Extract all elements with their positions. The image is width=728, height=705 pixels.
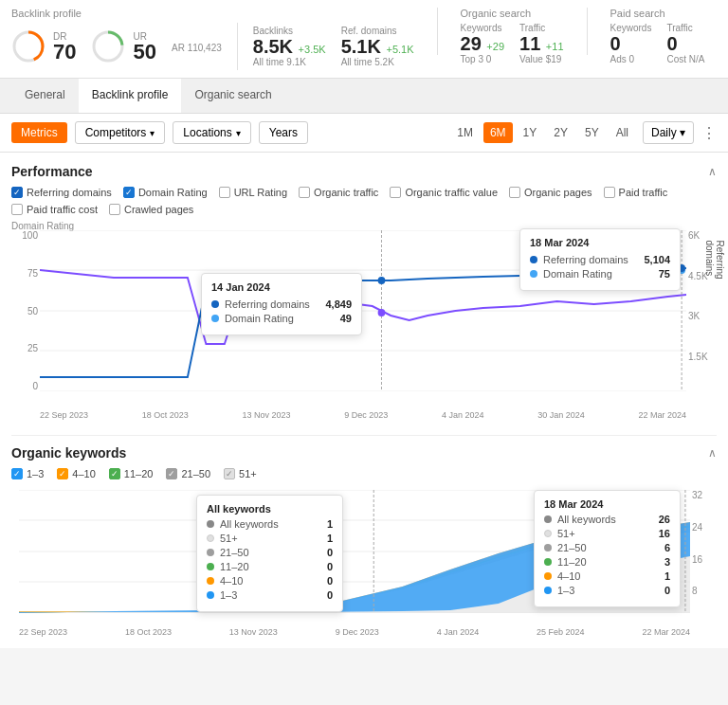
backlinks-label: Backlinks [253,26,326,36]
cb-box-paid-traffic-cost [11,204,23,215]
ps-traffic-label: Traffic [666,23,704,33]
org-tooltip-jan-date: All keywords [207,503,333,515]
cb-referring-domains[interactable]: ✓ Referring domains [11,187,112,198]
legend-4-10[interactable]: ✓ 4–10 [57,468,95,479]
legend-box-1-3: ✓ [11,468,23,479]
cb-label-organic-traffic-value: Organic traffic value [405,187,498,198]
divider-3 [587,8,588,55]
time-1y[interactable]: 1Y [517,122,544,143]
dr-gauge [11,29,46,63]
nav-tabs: General Backlink profile Organic search [0,79,728,114]
ref-domains-value: 5.1K +5.1K [341,36,414,57]
performance-tooltip-2: 18 Mar 2024 Referring domains 5,104 Doma… [519,228,681,291]
tooltip2-value-1: 75 [659,268,670,280]
ref-domains-metric: Ref. domains 5.1K +5.1K All time 5.2K [341,26,414,67]
performance-header: Performance ∧ [11,164,717,179]
tooltip1-value-1: 49 [340,313,352,324]
cb-url-rating[interactable]: URL Rating [219,187,287,198]
locations-chevron: ▾ [236,128,241,138]
tooltip1-dot-1 [211,315,219,322]
metrics-button[interactable]: Metrics [11,122,67,143]
os-traffic-metric: Traffic 11 +11 Value $19 [519,23,563,64]
legend-label-21-50: 21–50 [181,468,210,479]
svg-point-10 [378,309,386,316]
paid-metrics-row: Keywords 0 Ads 0 Traffic 0 Cost N/A [610,23,705,64]
locations-button[interactable]: Locations ▾ [173,121,250,144]
tooltip2-dot-1 [530,270,537,278]
time-5y[interactable]: 5Y [578,122,606,143]
tooltip1-row-0: Referring domains 4,849 [211,298,352,310]
time-all[interactable]: All [610,122,635,143]
ps-keywords-value: 0 [610,33,652,54]
performance-collapse-icon[interactable]: ∧ [708,165,717,178]
legend-label-51plus: 51+ [239,468,257,479]
org-tooltip-jan: All keywords All keywords 1 51+ 1 21–50 … [196,495,343,612]
performance-title: Performance [11,164,93,179]
cb-organic-pages[interactable]: Organic pages [509,187,592,198]
ps-traffic-value: 0 [666,33,704,54]
ur-value: 50 [133,42,155,63]
paid-search-title: Paid search [610,8,705,19]
cb-label-crawled-pages: Crawled pages [124,204,193,215]
performance-chart: 100 75 50 25 0 Domain Rating 6K 4.5K 3K … [11,221,717,420]
ref-domains-label: Ref. domains [341,26,414,36]
backlinks-sub: All time 9.1K [253,57,326,67]
organic-keywords-collapse-icon[interactable]: ∧ [708,446,717,460]
more-options-icon[interactable]: ⋮ [701,124,717,142]
time-1m[interactable]: 1M [450,122,480,143]
tab-general[interactable]: General [11,79,79,113]
tooltip2-value-0: 5,104 [644,254,670,265]
x-axis-performance: 22 Sep 2023 18 Oct 2023 13 Nov 2023 9 De… [40,410,686,420]
competitors-chevron: ▾ [150,128,155,138]
time-6m[interactable]: 6M [483,122,513,143]
backlinks-value: 8.5K +3.5K [253,36,326,57]
cb-paid-traffic-cost[interactable]: Paid traffic cost [11,204,98,215]
organic-metrics-row: Keywords 29 +29 Top 3 0 Traffic 11 +11 V… [461,23,564,64]
organic-keywords-header: Organic keywords ∧ [11,445,717,461]
legend-1-3[interactable]: ✓ 1–3 [11,468,44,479]
legend-row: ✓ 1–3 ✓ 4–10 ✓ 11–20 ✓ 21–50 ✓ 51+ [11,468,717,479]
cb-paid-traffic[interactable]: Paid traffic [604,187,668,198]
cb-domain-rating[interactable]: ✓ Domain Rating [123,187,208,198]
svg-point-11 [378,277,386,284]
years-button[interactable]: Years [259,121,308,144]
checkboxes-row-2: Paid traffic cost Crawled pages [11,204,717,215]
legend-label-1-3: 1–3 [27,468,44,479]
tooltip1-dot-0 [211,300,219,308]
os-keywords-label: Keywords [461,23,504,33]
backlinks-metric: Backlinks 8.5K +3.5K All time 9.1K [253,26,326,67]
os-traffic-label: Traffic [519,23,563,33]
os-keywords-metric: Keywords 29 +29 Top 3 0 [461,23,504,64]
competitors-button[interactable]: Competitors ▾ [75,121,166,144]
tooltip2-date: 18 Mar 2024 [530,237,670,248]
os-keywords-sub: Top 3 0 [461,54,504,64]
paid-search-section: Paid search Keywords 0 Ads 0 Traffic 0 C… [610,8,705,64]
ar-line: AR 110,423 [172,41,222,53]
cb-organic-traffic-value[interactable]: Organic traffic value [390,187,498,198]
tab-organic-search[interactable]: Organic search [181,79,284,113]
cb-label-domain-rating: Domain Rating [138,187,208,198]
ur-value-block: UR 50 [133,31,155,63]
legend-box-21-50: ✓ [166,468,177,479]
tab-backlink-profile[interactable]: Backlink profile [79,79,182,113]
cb-crawled-pages[interactable]: Crawled pages [109,204,193,215]
divider-2 [437,8,438,55]
legend-21-50[interactable]: ✓ 21–50 [166,468,210,479]
time-2y[interactable]: 2Y [547,122,574,143]
ps-keywords-label: Keywords [610,23,652,33]
cb-box-url-rating [219,187,230,198]
tooltip1-row-1: Domain Rating 49 [211,313,352,324]
organic-keywords-title: Organic keywords [11,445,126,461]
tooltip1-value-0: 4,849 [325,298,352,310]
performance-section: Performance ∧ ✓ Referring domains ✓ Doma… [11,164,717,420]
dr-metric: DR 70 [11,29,76,63]
ur-metric: UR 50 [91,29,155,63]
cb-box-organic-pages [509,187,520,198]
daily-button[interactable]: Daily ▾ [643,121,694,144]
legend-11-20[interactable]: ✓ 11–20 [109,468,154,479]
ps-traffic-metric: Traffic 0 Cost N/A [666,23,704,64]
cb-organic-traffic[interactable]: Organic traffic [299,187,378,198]
cb-box-referring-domains: ✓ [11,187,23,198]
time-buttons: 1M 6M 1Y 2Y 5Y All [450,122,635,143]
legend-51plus[interactable]: ✓ 51+ [224,468,257,479]
